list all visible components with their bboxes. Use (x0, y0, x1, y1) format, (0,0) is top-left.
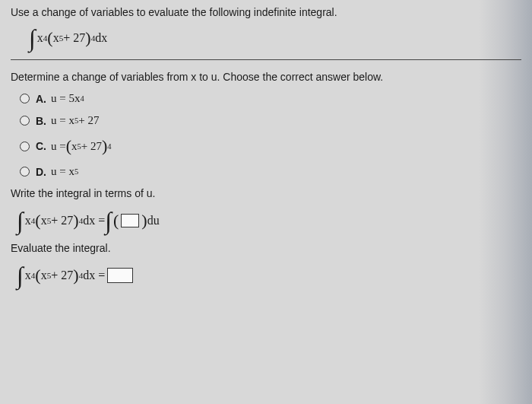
lhs-open-paren: ( (35, 211, 40, 231)
lhs-x: x (25, 214, 31, 227)
c-outer-sup: 4 (107, 142, 111, 151)
du-text: du (147, 214, 160, 227)
rewrite-integral-row: ∫ x4 ( x5 + 27 ) 4 dx = ∫ ( ) du (17, 208, 521, 233)
letter-b: B. (36, 115, 46, 127)
option-a-row: A. u = 5x4 (20, 92, 521, 105)
eval-close-paren: ) (73, 266, 78, 285)
radio-c[interactable] (20, 142, 30, 151)
eq1-dx-eq: dx = (83, 214, 105, 227)
rhs-open-paren: ( (113, 211, 119, 231)
letter-a: A. (36, 93, 46, 105)
letter-c: C. (36, 140, 46, 152)
sub-prompt-text: Determine a change of variables from x t… (11, 71, 521, 83)
given-integral: ∫ x4 ( x5 + 27 ) 4 dx (29, 26, 521, 50)
evaluate-integral-row: ∫ x4 ( x5 + 27 ) 4 dx = (17, 263, 521, 288)
letter-d: D. (36, 166, 46, 178)
c-open-paren: ( (66, 136, 71, 156)
option-b-row: B. u = x5 + 27 (20, 114, 521, 127)
section-divider (11, 59, 521, 60)
evaluate-prompt: Evaluate the integral. (11, 242, 521, 254)
integral-sign-icon: ∫ (29, 26, 36, 50)
c-close-paren: ) (102, 136, 107, 156)
eval-paren: ( x5 + 27 ) (35, 266, 78, 285)
option-b-pre: u = x (51, 114, 74, 127)
option-a-text: u = 5x (51, 92, 80, 105)
eval-plus: + 27 (51, 269, 73, 282)
c-inner-pre: x (71, 140, 78, 153)
blank-input-1[interactable] (121, 214, 139, 227)
lhs-paren: ( x5 + 27 ) (35, 211, 78, 231)
radio-d[interactable] (20, 167, 30, 177)
rhs-paren: ( ) (113, 211, 147, 231)
eval-open-paren: ( (35, 266, 40, 285)
option-d-row: D. u = x5 (20, 165, 521, 178)
integrand-x: x (37, 31, 43, 45)
option-c-paren: ( x5 + 27 ) (66, 136, 108, 156)
paren-group: ( x5 + 27 ) (47, 28, 90, 48)
write-prompt: Write the integral in terms of u. (11, 187, 521, 199)
integral-sign-icon-2: ∫ (17, 208, 24, 233)
lhs-plus: + 27 (51, 214, 73, 227)
options-group: A. u = 5x4 B. u = x5 + 27 C. u = ( x5 + … (20, 92, 521, 178)
option-c-pre: u = (51, 140, 66, 153)
option-d-pre: u = x (51, 165, 74, 178)
close-paren: ) (85, 28, 90, 48)
option-d-sup: 5 (74, 167, 78, 176)
rhs-close-paren: ) (141, 211, 147, 231)
integral-sign-icon-4: ∫ (17, 263, 24, 288)
lhs-inner-x: x (41, 214, 47, 227)
open-paren: ( (47, 28, 52, 48)
plus-27: + 27 (63, 31, 85, 45)
radio-b[interactable] (20, 116, 30, 126)
eval-x: x (25, 269, 31, 282)
c-inner-post: + 27 (81, 140, 102, 153)
inner-x: x (53, 31, 59, 45)
dx-text: dx (95, 31, 107, 45)
blank-input-2[interactable] (107, 268, 133, 283)
question-body: Use a change of variables to evaluate th… (0, 0, 532, 303)
eq2-dx-eq: dx = (83, 269, 105, 282)
option-a-sup: 4 (80, 94, 84, 103)
integral-sign-icon-3: ∫ (105, 208, 112, 233)
option-b-post: + 27 (78, 114, 99, 127)
radio-a[interactable] (20, 94, 30, 103)
eval-inner-x: x (41, 269, 47, 282)
main-prompt: Use a change of variables to evaluate th… (11, 6, 521, 18)
option-c-row: C. u = ( x5 + 27 ) 4 (20, 136, 521, 156)
lhs-close-paren: ) (73, 211, 78, 231)
